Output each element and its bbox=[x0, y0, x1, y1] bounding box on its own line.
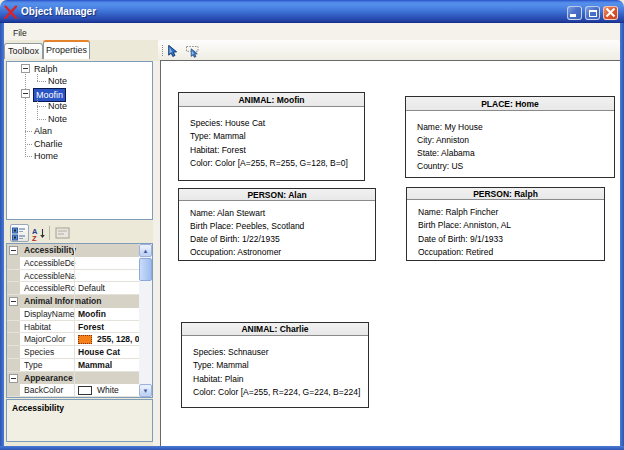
svg-text:Z: Z bbox=[32, 234, 37, 242]
